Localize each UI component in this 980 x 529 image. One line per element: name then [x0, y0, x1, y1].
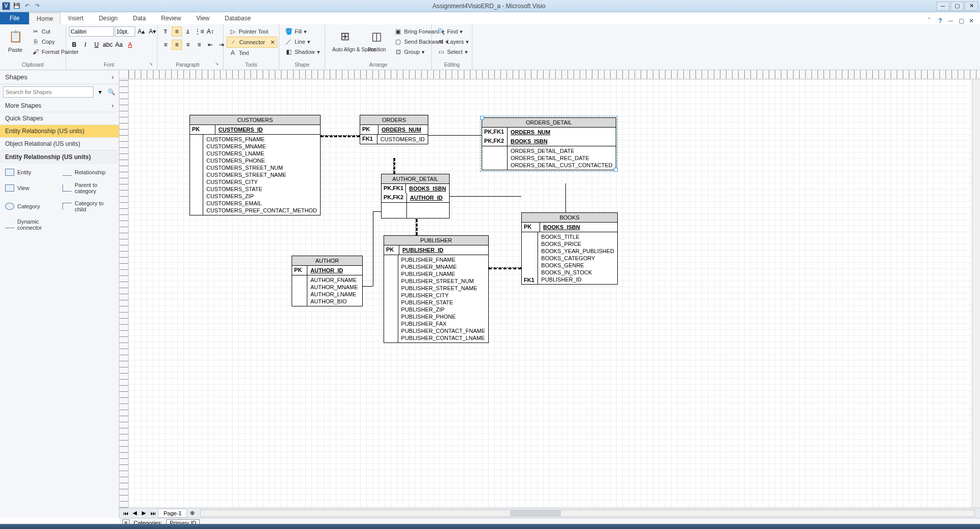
- shape-parent-to-category[interactable]: Parent to category: [60, 180, 116, 196]
- paragraph-dialog-launcher[interactable]: ↘: [215, 61, 220, 69]
- entity-customers[interactable]: CUSTOMERS PK CUSTOMERS_ID CUSTOMERS_FNAM…: [189, 115, 321, 215]
- vertical-ruler[interactable]: [119, 79, 129, 508]
- text-tool-button[interactable]: AText: [227, 48, 251, 58]
- align-middle-button[interactable]: ≡: [172, 26, 182, 37]
- or-us-item[interactable]: Object Relational (US units): [0, 138, 119, 150]
- shape-relationship[interactable]: Relationship: [60, 167, 116, 178]
- tab-insert[interactable]: Insert: [60, 12, 91, 24]
- rel-authordetail-books[interactable]: [450, 196, 521, 197]
- pointer-tool-button[interactable]: ▷Pointer Tool: [227, 26, 270, 37]
- search-input[interactable]: [3, 86, 93, 98]
- justify-button[interactable]: ≡: [194, 40, 204, 50]
- rel-customers-orders[interactable]: [321, 135, 360, 137]
- minimize-ribbon-icon[interactable]: ˆ: [928, 17, 935, 24]
- rel-authordetail-publisher-v[interactable]: [416, 219, 418, 235]
- taskbar[interactable]: [0, 524, 980, 529]
- page-1-tab[interactable]: Page-1: [158, 509, 187, 518]
- horizontal-ruler[interactable]: [129, 70, 980, 79]
- entity-orders-detail[interactable]: ORDERS_DETAIL PK,FK1 ORDERS_NUM PK,FK2 B…: [482, 117, 616, 170]
- case-button[interactable]: Aa: [114, 40, 124, 50]
- find-button[interactable]: 🔍Find ▾: [435, 26, 465, 37]
- grow-font-button[interactable]: A▴: [136, 26, 146, 37]
- author-pk: AUTHOR_ID: [310, 267, 359, 274]
- doc-restore-icon[interactable]: ▢: [959, 17, 966, 24]
- align-right-button[interactable]: ≡: [183, 40, 193, 50]
- entity-publisher[interactable]: PUBLISHER PK PUBLISHER_ID PUBLISHER_FNAM…: [384, 235, 489, 343]
- rel-author-authordetail-h[interactable]: [363, 286, 373, 287]
- tab-review[interactable]: Review: [153, 12, 188, 24]
- tab-file[interactable]: File: [0, 12, 29, 24]
- shape-view[interactable]: View: [3, 180, 58, 196]
- tab-view[interactable]: View: [188, 12, 217, 24]
- vertical-scrollbar[interactable]: [972, 79, 980, 508]
- underline-button[interactable]: U: [91, 40, 102, 50]
- select-button[interactable]: ▭Select ▾: [435, 47, 470, 57]
- text-direction-button[interactable]: A↕: [205, 26, 215, 37]
- tab-design[interactable]: Design: [91, 12, 125, 24]
- entity-author[interactable]: AUTHOR PK AUTHOR_ID AUTHOR_FNAMEAUTHOR_M…: [292, 256, 363, 306]
- shape-category-to-child[interactable]: Category to child: [60, 198, 116, 214]
- minimize-button[interactable]: ─: [936, 2, 950, 11]
- redo-button[interactable]: ↷: [33, 2, 42, 11]
- last-page-button[interactable]: ⏭: [149, 509, 157, 517]
- shape-entity[interactable]: Entity: [3, 167, 58, 178]
- drawing-canvas[interactable]: CUSTOMERS PK CUSTOMERS_ID CUSTOMERS_FNAM…: [129, 79, 972, 508]
- maximize-button[interactable]: ▢: [951, 2, 964, 11]
- er-us-item[interactable]: Entity Relationship (US units): [0, 125, 119, 138]
- autoalign-button[interactable]: ⊞Auto Align & Space: [328, 26, 362, 54]
- font-color-button[interactable]: A: [125, 40, 135, 50]
- customers-pk-label: PK: [190, 125, 215, 134]
- layers-button[interactable]: ≋Layers ▾: [435, 37, 471, 47]
- doc-close-icon[interactable]: ✕: [969, 17, 976, 24]
- font-dialog-launcher[interactable]: ↘: [149, 61, 154, 69]
- rel-ordersdetail-books[interactable]: [565, 183, 566, 212]
- new-page-button[interactable]: ⊕: [188, 509, 196, 517]
- collapse-icon[interactable]: ‹: [112, 73, 114, 81]
- align-left-button[interactable]: ≡: [161, 40, 171, 50]
- align-top-button[interactable]: ⫪: [161, 26, 171, 37]
- bullets-button[interactable]: ⋮≡: [194, 26, 204, 37]
- fill-button[interactable]: 🪣Fill ▾: [282, 26, 309, 37]
- close-button[interactable]: ✕: [965, 2, 978, 11]
- paste-button[interactable]: 📋 Paste: [3, 26, 27, 55]
- connector-tool-button[interactable]: ⟋Connector✕: [227, 37, 277, 48]
- entity-orders[interactable]: ORDERS PK ORDERS_NUM FK1 CUSTOMERS_ID: [360, 115, 428, 144]
- align-center-button[interactable]: ≡: [172, 40, 182, 50]
- strikethrough-button[interactable]: abc: [103, 40, 113, 50]
- font-size-select[interactable]: [115, 26, 135, 37]
- tab-database[interactable]: Database: [217, 12, 258, 24]
- tab-home[interactable]: Home: [29, 13, 60, 24]
- shape-dynamic-connector[interactable]: Dynamic connector: [3, 216, 58, 233]
- scrollbar-thumb[interactable]: [510, 510, 561, 516]
- shrink-font-button[interactable]: A▾: [147, 26, 157, 37]
- shadow-button[interactable]: ◧Shadow ▾: [282, 47, 322, 57]
- next-page-button[interactable]: ▶: [140, 509, 148, 517]
- entity-author-detail[interactable]: AUTHOR_DETAIL PK,FK1 BOOKS_ISBN PK,FK2 A…: [381, 174, 450, 219]
- save-button[interactable]: 💾: [12, 2, 21, 11]
- font-family-select[interactable]: [69, 26, 114, 37]
- tab-data[interactable]: Data: [125, 12, 153, 24]
- help-icon[interactable]: ?: [938, 17, 945, 24]
- quick-shapes-item[interactable]: Quick Shapes: [0, 112, 119, 125]
- align-bottom-button[interactable]: ⫫: [183, 26, 193, 37]
- more-shapes-item[interactable]: More Shapes›: [0, 100, 119, 112]
- rel-author-authordetail-v[interactable]: [373, 211, 373, 286]
- italic-button[interactable]: I: [80, 40, 90, 50]
- rel-publisher-books[interactable]: [489, 267, 521, 269]
- line-button[interactable]: ／Line ▾: [282, 37, 312, 47]
- prev-page-button[interactable]: ◀: [131, 509, 139, 517]
- bold-button[interactable]: B: [69, 40, 79, 50]
- entity-books[interactable]: BOOKS PK BOOKS_ISBN FK1 BOOKS_TITLEBOOKS…: [521, 212, 618, 285]
- rel-orders-ordersdetail[interactable]: [428, 135, 482, 136]
- horizontal-scrollbar[interactable]: [200, 510, 975, 517]
- shape-category[interactable]: Category: [3, 198, 58, 214]
- doc-minimize-icon[interactable]: ─: [949, 17, 956, 24]
- rel-orders-authordetail-v[interactable]: [393, 158, 395, 174]
- rel-author-authordetail-h2[interactable]: [373, 211, 381, 212]
- first-page-button[interactable]: ⏮: [121, 509, 130, 517]
- undo-button[interactable]: ↶: [22, 2, 31, 11]
- search-dropdown-button[interactable]: ▾: [96, 86, 105, 98]
- search-button[interactable]: 🔍: [107, 86, 116, 98]
- decrease-indent-button[interactable]: ⇤: [205, 40, 215, 50]
- position-button[interactable]: ◫Position: [364, 26, 390, 54]
